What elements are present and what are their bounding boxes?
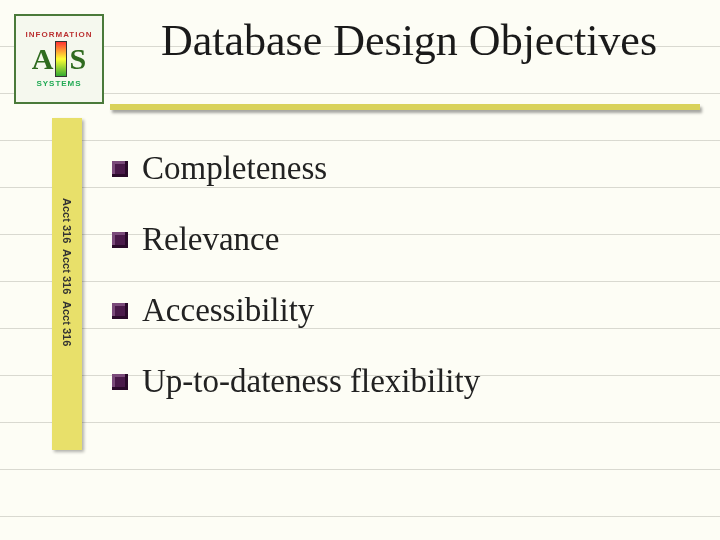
bullet-text: Relevance [142,221,279,258]
bullet-text: Accessibility [142,292,314,329]
logo-letter-a: A [32,44,54,74]
strip-text-1: Acct 316 [61,198,73,243]
list-item: Up-to-dateness flexibility [112,363,690,400]
bullet-icon [112,374,128,390]
strip-text-3: Acct 316 [61,301,73,346]
bullet-icon [112,161,128,177]
logo-letters: A S [32,41,86,77]
logo-bottom-text: SYSTEMS [36,79,81,88]
strip-text-2: Acct 316 [61,249,73,294]
title-underline [110,104,700,110]
list-item: Completeness [112,150,690,187]
list-item: Accessibility [112,292,690,329]
list-item: Relevance [112,221,690,258]
ais-logo: INFORMATION A S SYSTEMS [14,14,104,104]
slide-title: Database Design Objectives [118,18,700,64]
bullet-icon [112,303,128,319]
bullet-icon [112,232,128,248]
vertical-strip: Acct 316 Acct 316 Acct 316 [52,118,82,450]
logo-top-text: INFORMATION [26,30,93,39]
bullet-list: Completeness Relevance Accessibility Up-… [112,150,690,434]
logo-letter-s: S [69,44,86,74]
bullet-text: Completeness [142,150,327,187]
logo-letter-i-bar [55,41,67,77]
bullet-text: Up-to-dateness flexibility [142,363,480,400]
